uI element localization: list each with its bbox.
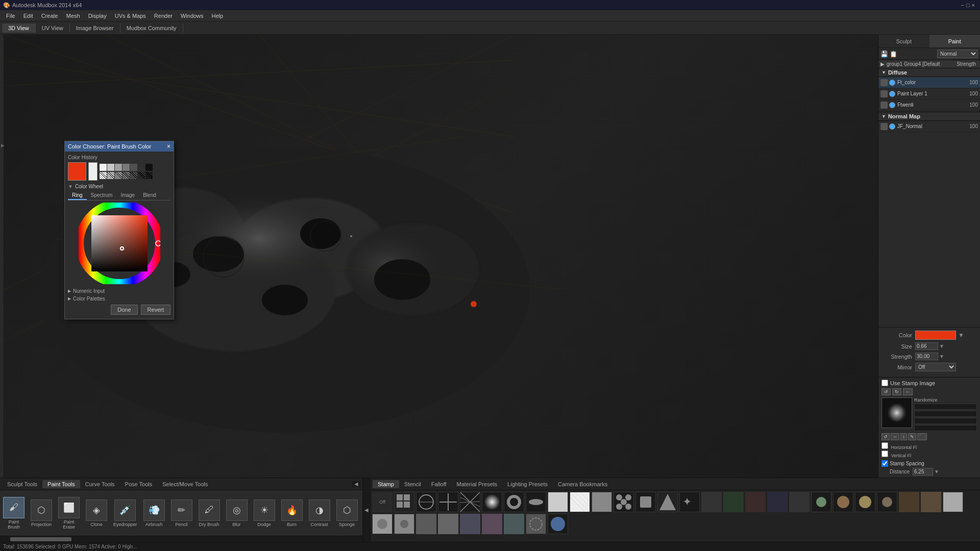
- layer-eye-jf-normal[interactable]: [880, 123, 888, 130]
- tool-dodge[interactable]: ☀ Dodge: [254, 499, 275, 527]
- menu-create[interactable]: Create: [37, 12, 62, 20]
- cc-tab-blend[interactable]: Blend: [139, 191, 160, 200]
- stamp-icon-edit[interactable]: ✎: [908, 433, 916, 440]
- stamp-cell-33[interactable]: [503, 513, 525, 535]
- distance-arrow[interactable]: ▼: [934, 469, 939, 474]
- tab-uv-view[interactable]: UV View: [36, 23, 70, 33]
- distance-input[interactable]: [913, 468, 933, 475]
- stamp-cell-2[interactable]: [415, 491, 437, 513]
- menu-help[interactable]: Help: [208, 12, 228, 20]
- tool-pencil[interactable]: ✏ Pencil: [171, 499, 192, 527]
- tab-image-browser[interactable]: Image Browser: [70, 23, 120, 33]
- stamp-slider-1[interactable]: [914, 404, 977, 410]
- layer-ft-color[interactable]: Ft_color 100: [878, 77, 980, 88]
- tab-sculpt[interactable]: Sculpt: [878, 35, 929, 47]
- cc-tab-image[interactable]: Image: [116, 191, 139, 200]
- stamp-cell-off[interactable]: Off: [372, 491, 393, 513]
- stamp-cell-29[interactable]: [415, 513, 437, 535]
- stamp-icon-save[interactable]: ⬛: [917, 433, 927, 440]
- stamp-cell-31[interactable]: [459, 513, 481, 535]
- section-nav-arrow[interactable]: ◀: [362, 478, 371, 542]
- tab-select-move[interactable]: Select/Move Tools: [157, 480, 213, 488]
- stamp-cell-23[interactable]: [876, 491, 898, 513]
- layer-ftwenli[interactable]: Ftwenli 100: [878, 99, 980, 111]
- size-arrow[interactable]: ▼: [939, 343, 944, 349]
- cc-tab-ring[interactable]: Ring: [68, 191, 87, 200]
- tool-burn[interactable]: 🔥 Burn: [281, 499, 303, 527]
- tool-eyedropper[interactable]: 💉 Eyedropper: [113, 499, 137, 527]
- stamp-cell-13[interactable]: [657, 491, 678, 513]
- stamp-ctrl-arrow2[interactable]: ↻: [892, 388, 901, 395]
- white-swatch[interactable]: [88, 162, 97, 181]
- tool-contrast[interactable]: ◑ Contrast: [309, 499, 330, 527]
- color-palettes-toggle[interactable]: Color Palettes: [68, 295, 170, 303]
- menu-file[interactable]: File: [2, 12, 19, 20]
- stamp-tab-falloff[interactable]: Falloff: [426, 480, 452, 488]
- swatch-g2[interactable]: [130, 164, 137, 171]
- stamp-cell-4[interactable]: [459, 491, 481, 513]
- minimize-btn[interactable]: −: [961, 2, 964, 8]
- stamp-tab-stencil[interactable]: Stencil: [399, 480, 426, 488]
- menu-render[interactable]: Render: [150, 12, 177, 20]
- stamp-tab-camera[interactable]: Camera Bookmarks: [553, 480, 612, 488]
- stamp-cell-10[interactable]: [591, 491, 612, 513]
- stamp-tab-stamp[interactable]: Stamp: [373, 480, 399, 488]
- stamp-cell-15[interactable]: [701, 491, 722, 513]
- vertical-checkbox[interactable]: [881, 450, 888, 457]
- swatch-black[interactable]: [145, 164, 153, 171]
- layer-jf-normal[interactable]: JF_Normal 100: [878, 121, 980, 132]
- hue-ring[interactable]: [79, 203, 160, 284]
- swatch-hatch2[interactable]: [107, 172, 114, 179]
- color-wheel[interactable]: [79, 203, 160, 284]
- stamp-cell-24[interactable]: [898, 491, 920, 513]
- stamp-cell-28[interactable]: [394, 513, 415, 535]
- swatch-hatch5[interactable]: [130, 172, 137, 179]
- color-chooser-close[interactable]: ×: [167, 143, 170, 150]
- swatch-hatch3[interactable]: [115, 172, 122, 179]
- swatch-hatch1[interactable]: [100, 172, 107, 179]
- tab-mudbox-community[interactable]: Mudbox Community: [120, 23, 183, 33]
- menu-mesh[interactable]: Mesh: [62, 12, 84, 20]
- tab-curve-tools[interactable]: Curve Tools: [80, 480, 120, 488]
- numeric-input-toggle[interactable]: Numeric Input: [68, 287, 170, 295]
- maximize-btn[interactable]: □: [966, 2, 970, 8]
- swatch-g1[interactable]: [122, 164, 130, 171]
- menu-uvs[interactable]: UVs & Maps: [111, 12, 150, 20]
- stamp-cell-16[interactable]: [723, 491, 744, 513]
- stamp-slider-2[interactable]: [914, 411, 977, 417]
- tool-blur[interactable]: ◎ Blur: [226, 499, 248, 527]
- stamp-slider-4[interactable]: [914, 425, 977, 431]
- stamp-slider-3[interactable]: [914, 418, 977, 424]
- stamp-tab-material[interactable]: Material Presets: [452, 480, 502, 488]
- tool-dry-brush[interactable]: 🖊 Dry Brush: [199, 499, 220, 527]
- stamp-cell-22[interactable]: [854, 491, 876, 513]
- stamp-icon-flip-v[interactable]: ↕: [900, 433, 907, 440]
- stamp-ctrl-arrow3[interactable]: ←: [903, 388, 913, 395]
- stamp-cell-19[interactable]: [789, 491, 810, 513]
- horizontal-checkbox[interactable]: [881, 442, 888, 449]
- size-input[interactable]: [915, 342, 938, 350]
- tab-pose-tools[interactable]: Pose Tools: [120, 480, 158, 488]
- cc-revert-btn[interactable]: Revert: [141, 305, 170, 315]
- tab-sculpt-tools[interactable]: Sculpt Tools: [2, 480, 42, 488]
- layer-eye-ft-color[interactable]: [880, 79, 888, 86]
- stamp-cell-35[interactable]: [547, 513, 569, 535]
- layer-paint-1[interactable]: Paint Layer 1 100: [878, 88, 980, 99]
- tool-airbrush[interactable]: 💨 Airbrush: [143, 499, 165, 527]
- strength-input[interactable]: [915, 353, 938, 360]
- layer-eye-paint-1[interactable]: [880, 90, 888, 97]
- menu-edit[interactable]: Edit: [19, 12, 37, 20]
- tab-paint[interactable]: Paint: [929, 35, 981, 47]
- scrollbar-thumb[interactable]: [10, 537, 71, 541]
- tool-clone[interactable]: ◈ Clone: [86, 499, 107, 527]
- stamp-cell-21[interactable]: [832, 491, 854, 513]
- diffuse-section-header[interactable]: ▼ Diffuse: [878, 68, 980, 77]
- rp-icon2[interactable]: 📋: [890, 51, 897, 58]
- tool-sponge[interactable]: ⬡ Sponge: [336, 499, 358, 527]
- stamp-cell-5[interactable]: [481, 491, 503, 513]
- stamp-cell-6[interactable]: [503, 491, 525, 513]
- stamp-cell-17[interactable]: [745, 491, 766, 513]
- tab-paint-tools[interactable]: Paint Tools: [42, 480, 80, 488]
- close-btn[interactable]: ×: [972, 2, 975, 8]
- color-chooser-dialog[interactable]: Color Chooser: Paint Brush Color × Color…: [64, 141, 174, 319]
